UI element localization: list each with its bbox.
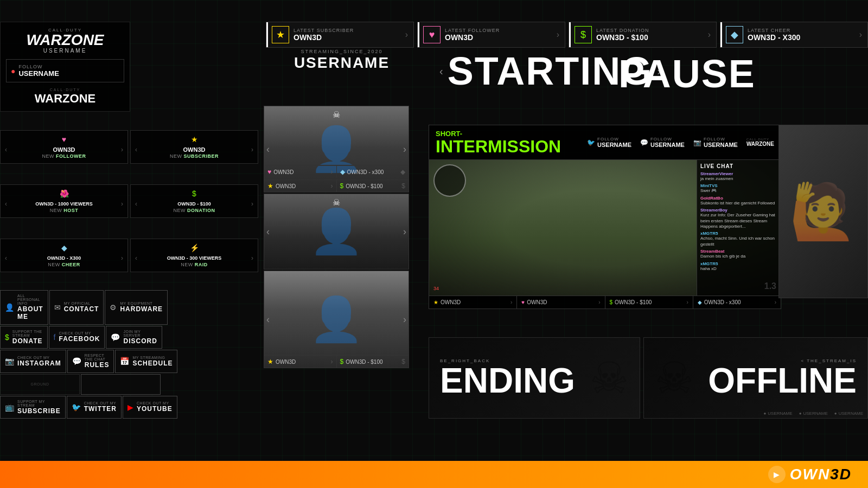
rules-icon: 💬 — [72, 357, 81, 365]
follow-item-twitter-text: FOLLOW USERNAME — [597, 137, 631, 148]
ending-main-text: ENDING — [440, 363, 575, 398]
subscriber-alert-name: OWN3D — [183, 146, 206, 153]
host-alert-name: OWN3D - 1000 viewers — [35, 201, 93, 207]
follower-arrow[interactable]: › — [557, 30, 559, 40]
donate-content: SUPPORT THE STREAM DONATE — [12, 330, 43, 345]
facebook-button[interactable]: f CHECK OUT MY FACEBOOK — [49, 326, 105, 349]
rules-button[interactable]: 💬 RESPECT THE CHAT RULES — [67, 350, 114, 373]
cheer-alert-label: NEW CHEER — [5, 262, 123, 267]
intermission-bar-arrow-3[interactable]: › — [686, 299, 688, 305]
host-alert-left[interactable]: ‹ — [5, 200, 7, 208]
contact-button[interactable]: ✉ MY OFFICIAL CONTACT — [49, 290, 104, 325]
chat-text-0: ja mein zuasmen — [700, 176, 777, 182]
subscriber-value: OWN3D — [293, 33, 401, 42]
host-alert-icon: 🌺 — [5, 189, 123, 198]
offline-username-1: USERNAME — [768, 411, 792, 416]
stream-bar-3-arrow-1[interactable]: › — [331, 358, 333, 365]
cheer-alert-icon: ◆ — [5, 243, 123, 252]
follower-value: OWN3D — [445, 33, 552, 42]
stream-nav-right-2[interactable]: › — [403, 226, 406, 237]
discord-main-label: DISCORD — [123, 337, 157, 345]
chat-msg-4: xMGTR5 Achso, macht Sinn. Und ich war sc… — [700, 231, 777, 247]
alert-donation: $ LATEST DONATION OWN3D - $100 › — [569, 22, 717, 48]
stream-cam-3 — [264, 271, 409, 368]
cheer-arrow[interactable]: › — [859, 30, 862, 40]
chat-text-1: Swer 🎮 — [700, 188, 777, 194]
host-alert-right[interactable]: › — [121, 200, 123, 208]
btn-row-4: GROUND — [0, 374, 161, 395]
intermission-bar-don: $ OWN3D - $100 › — [605, 296, 693, 309]
cheer-alert-nav: ‹ OWN3D - x300 › — [5, 254, 123, 262]
raid-alert-icon: ⚡ — [135, 243, 253, 252]
stream-bar-1b-arrow-1[interactable]: › — [331, 168, 333, 176]
follower-icon: ♥ — [423, 26, 441, 43]
follower-alert-right[interactable]: › — [121, 146, 123, 153]
offline-platform-1: ● — [763, 411, 766, 416]
twitter-button[interactable]: 🐦 CHECK OUT MY TWITTER — [67, 396, 122, 419]
stream-diamond-icon-1: ◆ — [340, 168, 345, 176]
cheer-alert-right[interactable]: › — [121, 254, 123, 262]
stream-bar-3-don-val: OWN3D - $100 — [346, 359, 382, 365]
warzone-title-text: WARZONE — [6, 33, 124, 48]
stream-nav-right-1[interactable]: › — [403, 144, 406, 155]
schedule-button[interactable]: 📅 MY STREAMING SCHEDULE — [115, 350, 177, 373]
discord-icon: 💬 — [640, 139, 648, 146]
rules-small-label: RESPECT THE CHAT — [85, 354, 110, 361]
facebook-main-label: FACEBOOK — [59, 335, 100, 343]
offline-panel: ☠ < THE_STREAM_IS OFFLINE ● USERNAME ● U… — [643, 337, 868, 419]
intermission-bar-arrow-1[interactable]: › — [510, 299, 512, 305]
stream-nav-left-2[interactable]: ‹ — [266, 226, 270, 237]
ending-panel: ☠ BE_RIGHT_BACK ENDING — [429, 337, 640, 419]
empty-btn-1 — [81, 374, 161, 395]
instagram-small-label: CHECK OUT MY — [17, 356, 61, 359]
stream-box-3: ‹ › ★ OWN3D › $ OWN3D - $100 $ — [264, 271, 409, 368]
stream-bar-1-arrow-2[interactable]: $ — [401, 182, 405, 190]
top-alerts-row: ★ LATEST SUBSCRIBER OWN3D › ♥ LATEST FOL… — [266, 22, 868, 48]
stream-bar-1b-fol-val: OWN3D — [273, 169, 293, 175]
stream-bar-1b-arrow-2[interactable]: ◆ — [400, 168, 405, 176]
stream-nav-left-1[interactable]: ‹ — [266, 144, 270, 155]
follower-alert-nav: ‹ OWN3D › — [5, 146, 123, 153]
left-warzone-panel: CALL·DUTY WARZONE USERNAME ● FOLLOW USER… — [0, 22, 130, 112]
stream-bar-1b-cheer-val: OWN3D - x300 — [347, 169, 384, 175]
hardware-button[interactable]: ⚙ MY EQUIPMENT HARDWARE — [105, 290, 168, 325]
subscriber-alert-left[interactable]: ‹ — [135, 146, 137, 153]
game-minimap — [433, 164, 466, 197]
chat-user-2: GoldRatBo — [700, 196, 777, 201]
donation-alert-left[interactable]: ‹ — [135, 200, 137, 208]
donate-icon: $ — [5, 333, 9, 342]
about-me-button[interactable]: 👤 ALL PERSONAL INFO ABOUT ME — [0, 290, 48, 325]
raid-alert-right[interactable]: › — [251, 254, 253, 262]
instagram-button[interactable]: 📷 CHECK OUT MY INSTAGRAM — [0, 350, 66, 373]
youtube-small-label: CHECK OUT MY — [137, 401, 173, 405]
discord-button[interactable]: 💬 JOIN MY SERVER DISCORD — [106, 326, 162, 349]
youtube-button[interactable]: ▶ CHECK OUT MY YOUTUBE — [123, 396, 177, 419]
donate-button[interactable]: $ SUPPORT THE STREAM DONATE — [0, 326, 48, 349]
stream-bar-1-arrow-1[interactable]: › — [331, 182, 333, 190]
chat-user-6: xMGTR5 — [700, 261, 777, 266]
intermission-bar-cheer: ◆ OWN3D - x300 › — [693, 296, 781, 309]
stream-bar-3-arrow-2[interactable]: $ — [401, 358, 405, 365]
subscribe-icon: 📺 — [5, 403, 14, 412]
stream-nav-left-3[interactable]: ‹ — [266, 314, 270, 325]
cheer-alert-left[interactable]: ‹ — [5, 254, 7, 262]
stream-nav-right-3[interactable]: › — [403, 314, 406, 325]
brand-bar: ▶ OWN3D — [0, 461, 868, 488]
donation-icon: $ — [575, 26, 592, 43]
intermission-bar-arrow-2[interactable]: › — [598, 299, 600, 305]
subscriber-alert-right[interactable]: › — [251, 146, 253, 153]
stream-bar-1-sub: ★ OWN3D › — [264, 180, 337, 192]
subscribe-button[interactable]: 📺 SUPPORT MY STREAM SUBSCRIBE — [0, 396, 66, 419]
donation-arrow[interactable]: › — [708, 30, 711, 40]
follower-alert-left[interactable]: ‹ — [5, 146, 7, 153]
subscriber-arrow[interactable]: › — [405, 30, 408, 40]
donation-alert-right[interactable]: › — [251, 200, 253, 208]
warzone-logo2-small: CALL·DUTY — [6, 88, 124, 92]
raid-alert-left[interactable]: ‹ — [135, 254, 137, 262]
facebook-small-label: CHECK OUT MY — [59, 331, 100, 335]
intermission-bar-arrow-4[interactable]: › — [775, 299, 776, 305]
stream-bar-1b: ♥ OWN3D › ◆ OWN3D - x300 ◆ — [264, 165, 409, 178]
right-webcam-panel: 🙋 — [778, 125, 868, 298]
follow-instagram-label: FOLLOW — [704, 137, 738, 142]
starting-arrow-left[interactable]: ‹ — [439, 65, 443, 78]
